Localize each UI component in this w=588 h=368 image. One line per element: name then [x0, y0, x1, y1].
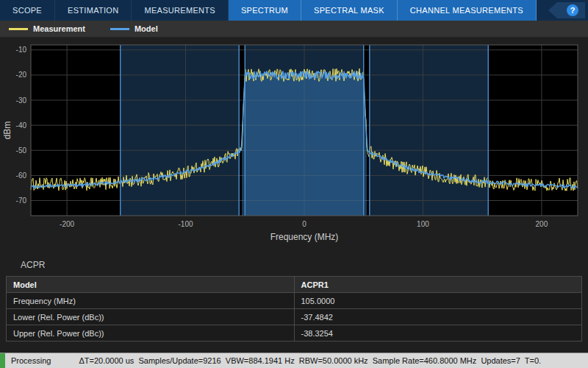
status-state: Processing	[11, 356, 51, 365]
acpr-row-label: Upper (Rel. Power (dBc))	[7, 325, 295, 342]
y-tick-label: -50	[16, 146, 27, 155]
acpr-table-header-row: ModelACPR1	[7, 277, 582, 293]
acpr-table-row[interactable]: Lower (Rel. Power (dBc))-37.4842	[7, 309, 582, 325]
spectrum-plot: -10-20-30-40-50-60-70-200-1000100200Freq…	[0, 38, 588, 252]
y-tick-label: -70	[16, 197, 27, 205]
toolbar: SCOPEESTIMATIONMEASUREMENTSSPECTRUMSPECT…	[0, 0, 588, 21]
tab-channel-measurements[interactable]: CHANNEL MEASUREMENTS	[398, 0, 537, 21]
status-bar: Processing ΔT=20.0000 us Samples/Update=…	[0, 353, 588, 368]
acpr-row-label: Frequency (MHz)	[7, 293, 295, 309]
model-area-fill	[242, 71, 367, 216]
legend-label: Model	[135, 24, 158, 33]
legend-line-swatch	[110, 28, 129, 30]
y-tick-label: -20	[16, 71, 27, 79]
acpr-column-header: Model	[7, 277, 295, 293]
y-tick-label: -60	[16, 171, 27, 180]
acpr-section: ACPR ModelACPR1 Frequency (MHz)105.0000L…	[0, 252, 588, 342]
x-tick-label: -200	[60, 220, 74, 228]
y-tick-label: -10	[16, 46, 27, 54]
legend-item-measurement[interactable]: Measurement	[9, 24, 85, 33]
x-axis-label: Frequency (MHz)	[270, 232, 339, 242]
tab-estimation[interactable]: ESTIMATION	[55, 0, 132, 21]
acpr-row-value: -37.4842	[294, 309, 582, 325]
legend-label: Measurement	[33, 24, 85, 33]
tab-scope[interactable]: SCOPE	[0, 0, 55, 21]
acpr-row-value: 105.0000	[294, 293, 582, 309]
help-button[interactable]: ?	[548, 2, 585, 18]
legend-item-model[interactable]: Model	[110, 24, 158, 33]
status-info: ΔT=20.0000 us Samples/Update=9216 VBW=88…	[79, 356, 541, 365]
x-tick-label: 0	[302, 220, 306, 228]
help-icon: ?	[567, 4, 578, 16]
tab-spectral-mask[interactable]: SPECTRAL MASK	[301, 0, 398, 21]
x-tick-label: -100	[179, 220, 193, 228]
tab-measurements[interactable]: MEASUREMENTS	[132, 0, 229, 21]
y-axis-label: dBm	[2, 121, 12, 140]
x-tick-label: 200	[536, 220, 548, 228]
acpr-column-header: ACPR1	[294, 277, 582, 293]
region-upper-adjacent-channel	[370, 45, 488, 216]
tab-spectrum[interactable]: SPECTRUM	[229, 0, 301, 21]
y-tick-label: -30	[16, 96, 27, 105]
acpr-table-row[interactable]: Frequency (MHz)105.0000	[7, 293, 582, 309]
acpr-table-row[interactable]: Upper (Rel. Power (dBc))-38.3254	[7, 325, 582, 342]
acpr-title: ACPR	[21, 260, 582, 270]
acpr-row-label: Lower (Rel. Power (dBc))	[7, 309, 295, 325]
region-lower-adjacent-channel	[121, 45, 239, 216]
legend: MeasurementModel	[0, 21, 588, 38]
x-tick-label: 100	[417, 220, 429, 228]
acpr-table: ModelACPR1 Frequency (MHz)105.0000Lower …	[6, 276, 582, 342]
legend-line-swatch	[9, 28, 28, 30]
y-tick-label: -40	[16, 121, 27, 130]
acpr-row-value: -38.3254	[294, 325, 582, 342]
status-indicator	[0, 353, 5, 368]
